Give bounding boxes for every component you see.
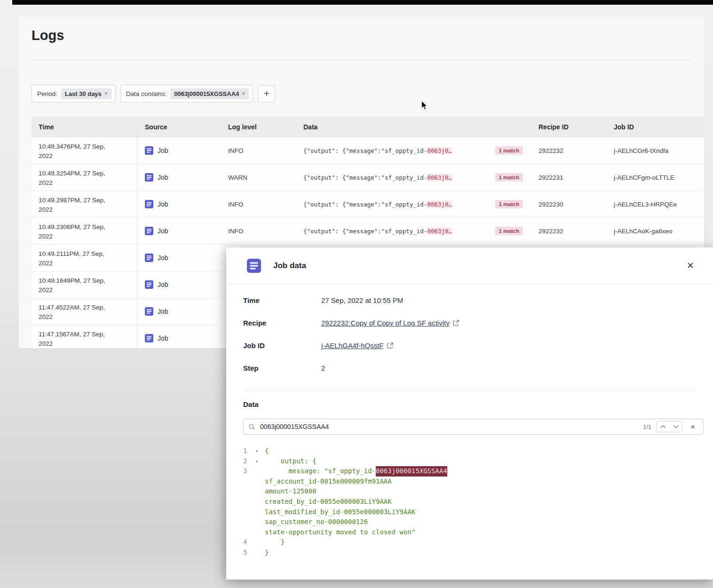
field-job-id: Job ID j-AELhGA4f-hQsstF xyxy=(243,342,696,364)
log-level: INFO xyxy=(221,137,296,164)
data-filter-value[interactable]: 0063j000015XGSSAA4 × xyxy=(170,88,249,99)
code-line: 3 message: "sf_oppty_id-0063j000015XGSSA… xyxy=(243,466,704,477)
log-level: INFO xyxy=(221,218,296,244)
period-filter-value[interactable]: Last 30 days × xyxy=(61,88,111,99)
json-code-viewer: 1 ▾ { 2 ▾ output: { 3 message: "sf_oppty… xyxy=(243,446,704,558)
matched-text: 0063j0… xyxy=(427,174,452,181)
filter-chip-period[interactable]: Period: Last 30 days × xyxy=(32,85,116,103)
table-row[interactable]: 10:49.3476PM, 27 Sep, 2022 Job INFO {"ou… xyxy=(32,137,704,164)
remove-period-filter-icon[interactable]: × xyxy=(104,90,108,97)
external-link-icon xyxy=(453,320,459,326)
job-id: j-AELhCGr6-tXndfa xyxy=(607,137,704,164)
modal-title: Job data xyxy=(273,261,306,270)
job-data-modal: Job data ✕ Time 27 Sep, 2022 at 10:55 PM… xyxy=(226,247,713,580)
match-count-badge: 1 match xyxy=(495,173,523,182)
log-time: 11:47.4522AM, 27 Sep, 2022 xyxy=(32,298,138,325)
data-search-bar: 1/1 ✕ xyxy=(243,419,704,435)
table-row[interactable]: 10:49.2306PM, 27 Sep, 2022 Job INFO {"ou… xyxy=(32,218,704,245)
matched-text: 0063j0… xyxy=(427,201,452,208)
log-time: 10:49.2306PM, 27 Sep, 2022 xyxy=(32,218,138,244)
code-line: sf_account_id-0015e000009fm91AAA xyxy=(243,477,704,487)
code-line: created_by_id-0055e000003LiY9AAK xyxy=(243,497,704,507)
matched-text: 0063j0… xyxy=(427,228,452,235)
log-data: {"output": {"message":"sf_oppty_id-0063j… xyxy=(296,137,531,164)
field-time: Time 27 Sep, 2022 at 10:55 PM xyxy=(243,296,696,319)
column-header-data: Data xyxy=(296,117,531,137)
column-header-recipe: Recipe ID xyxy=(531,117,607,137)
job-icon xyxy=(145,307,153,316)
column-header-time: Time xyxy=(32,117,138,137)
code-line: 1 ▾ { xyxy=(243,446,704,456)
title-divider xyxy=(32,60,691,60)
period-filter-label: Period: xyxy=(37,90,57,97)
external-link-icon xyxy=(387,342,393,349)
job-detail-fields: Time 27 Sep, 2022 at 10:55 PM Recipe 292… xyxy=(226,284,713,387)
field-step: Step 2 xyxy=(243,364,696,387)
table-row[interactable]: 10:49.3254PM, 27 Sep, 2022 Job WARN {"ou… xyxy=(32,164,704,191)
code-line: 5 } xyxy=(243,548,704,558)
search-input[interactable] xyxy=(260,423,638,430)
letterbox-bar xyxy=(12,0,713,5)
table-header-row: Time Source Log level Data Recipe ID Job… xyxy=(32,117,704,137)
filter-bar: Period: Last 30 days × Data contains: 00… xyxy=(32,85,275,103)
recipe-id: 2922231 xyxy=(531,164,607,191)
remove-data-filter-icon[interactable]: × xyxy=(242,90,245,97)
match-count-badge: 1 match xyxy=(495,146,523,155)
recipe-id: 2922232 xyxy=(531,218,607,244)
filter-chip-data-contains[interactable]: Data contains: 0063j000015XGSSAA4 × xyxy=(120,85,253,103)
column-header-job: Job ID xyxy=(607,117,704,137)
job-id-link[interactable]: j-AELhGA4f-hQsstF xyxy=(321,342,393,350)
data-section-heading: Data xyxy=(243,400,696,408)
log-source: Job xyxy=(138,218,221,244)
highlighted-match: 0063j000015XGSSAA4 xyxy=(376,466,447,477)
job-icon xyxy=(145,227,153,235)
log-source: Job xyxy=(138,245,221,271)
modal-header: Job data ✕ xyxy=(226,247,713,284)
code-line: 4 } xyxy=(243,537,704,548)
log-data: {"output": {"message":"sf_oppty_id-0063j… xyxy=(296,191,531,217)
job-id: j-AELhCEL3-HRPQEe xyxy=(607,191,704,217)
log-time: 10:49.3476PM, 27 Sep, 2022 xyxy=(32,137,138,164)
match-nav-group xyxy=(656,421,682,432)
chevron-down-icon xyxy=(673,425,679,429)
match-counter: 1/1 xyxy=(643,423,651,430)
section-divider xyxy=(243,390,696,391)
job-icon xyxy=(145,173,153,182)
log-level: WARN xyxy=(221,164,296,191)
job-icon xyxy=(145,334,153,342)
log-time: 10:49.2111PM, 27 Sep, 2022 xyxy=(32,245,138,271)
close-icon[interactable]: ✕ xyxy=(687,261,694,270)
column-header-level: Log level xyxy=(221,117,296,137)
recipe-id: 2922232 xyxy=(531,137,607,164)
job-id: j-AELhCAoK-ga8xeo xyxy=(607,218,704,244)
log-time: 10:49.2987PM, 27 Sep, 2022 xyxy=(32,191,138,217)
log-source: Job xyxy=(138,164,221,191)
log-source: Job xyxy=(138,298,221,325)
mouse-cursor xyxy=(420,101,428,111)
previous-match-button[interactable] xyxy=(657,421,669,432)
table-row[interactable]: 10:49.2987PM, 27 Sep, 2022 Job INFO {"ou… xyxy=(32,191,704,218)
log-source: Job xyxy=(138,325,221,348)
log-data: {"output": {"message":"sf_oppty_id-0063j… xyxy=(296,164,531,191)
log-time: 11:47.1567AM, 27 Sep, 2022 xyxy=(32,325,138,348)
job-icon xyxy=(145,280,153,289)
match-count-badge: 1 match xyxy=(495,227,523,235)
collapse-caret-icon[interactable]: ▾ xyxy=(255,446,265,456)
chevron-up-icon xyxy=(660,425,666,429)
job-icon xyxy=(145,200,153,208)
data-filter-label: Data contains: xyxy=(126,90,166,97)
add-filter-button[interactable]: + xyxy=(258,85,275,103)
recipe-link[interactable]: 2922232:Copy of Copy of Log SF activity xyxy=(321,319,459,327)
log-level: INFO xyxy=(221,191,296,217)
code-line: 2 ▾ output: { xyxy=(243,456,704,467)
job-icon xyxy=(247,259,261,273)
code-line: state-opportunity moved to closed won" xyxy=(243,527,704,538)
clear-search-icon[interactable]: ✕ xyxy=(687,423,698,430)
log-time: 10:49.3254PM, 27 Sep, 2022 xyxy=(32,164,138,191)
match-count-badge: 1 match xyxy=(495,200,523,208)
next-match-button[interactable] xyxy=(669,421,682,432)
recipe-id: 2922230 xyxy=(531,191,607,217)
collapse-caret-icon[interactable]: ▾ xyxy=(255,456,265,467)
log-source: Job xyxy=(138,271,221,298)
matched-text: 0063j0… xyxy=(427,147,452,154)
